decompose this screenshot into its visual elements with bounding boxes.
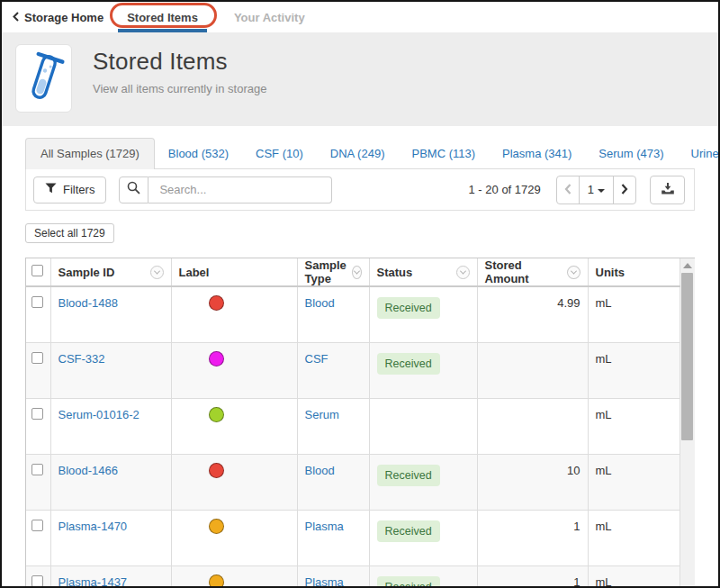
sample-id-link[interactable]: Serum-01016-2 [58, 408, 140, 421]
sample-id-cell: Blood-1488 [50, 286, 171, 342]
sample-type-tab[interactable]: Plasma (341) [489, 139, 585, 168]
label-color-dot [209, 407, 224, 422]
sample-id-link[interactable]: Plasma-1470 [58, 520, 128, 533]
sort-caret-icon[interactable] [567, 266, 580, 279]
sample-type-tab[interactable]: CSF (10) [242, 139, 317, 168]
label-color-dot [209, 463, 224, 478]
page-number-dropdown[interactable]: 1 [580, 176, 614, 204]
sample-id-link[interactable]: CSF-332 [58, 352, 105, 366]
nav-item-stored-items[interactable]: Stored Items [116, 2, 209, 32]
table-row: Blood-1466 Blood Received 10 [26, 454, 680, 510]
status-cell: Received [369, 454, 477, 510]
row-checkbox-cell [26, 454, 50, 510]
search-button[interactable] [119, 176, 148, 204]
label-cell [171, 510, 297, 565]
sample-type-cell: Plasma [297, 565, 369, 588]
label-cell [171, 565, 297, 588]
sample-type-link[interactable]: CSF [305, 352, 328, 366]
units-cell: mL [588, 286, 680, 342]
units-cell: mL [588, 454, 680, 510]
back-to-storage-home-link[interactable]: Storage Home [13, 2, 104, 32]
row-checkbox[interactable] [32, 464, 43, 475]
status-cell: Received [369, 510, 477, 565]
next-page-button[interactable] [614, 176, 635, 204]
sample-type-link[interactable]: Blood [305, 464, 335, 477]
sample-type-tab[interactable]: Blood (532) [155, 139, 242, 168]
search-input[interactable] [148, 176, 332, 204]
chevron-left-icon [564, 182, 572, 198]
status-cell: Received [369, 565, 477, 588]
column-header[interactable]: Stored Amount [477, 258, 588, 286]
sample-type-link[interactable]: Serum [305, 408, 339, 421]
table-scrollbar[interactable] [680, 258, 695, 588]
sample-type-tab[interactable]: Urine (11) [678, 139, 720, 168]
sample-id-cell: Plasma-1437 [50, 565, 171, 588]
filters-button[interactable]: Filters [33, 176, 106, 204]
sample-type-cell: Blood [297, 286, 369, 342]
test-tube-icon [22, 50, 66, 107]
download-icon [661, 182, 675, 198]
column-header-label: Status [377, 266, 413, 279]
sample-id-link[interactable]: Blood-1488 [58, 296, 119, 310]
sample-type-tabstrip: All Samples (1729) Blood (532) CSF (10) … [25, 137, 695, 169]
export-download-button[interactable] [650, 176, 685, 204]
sample-type-tab[interactable]: Serum (473) [585, 139, 677, 168]
previous-page-button[interactable] [557, 176, 580, 204]
sample-type-link[interactable]: Blood [305, 296, 335, 310]
nav-item-your-activity-label: Your Activity [234, 11, 305, 24]
label-cell [171, 286, 297, 342]
row-checkbox[interactable] [32, 296, 43, 308]
select-page-checkbox[interactable] [32, 265, 43, 276]
sample-type-cell: Plasma [297, 510, 369, 565]
scrollbar-up-arrow-icon[interactable] [683, 263, 692, 268]
row-checkbox[interactable] [32, 352, 43, 364]
column-header-label: Sample ID [58, 266, 115, 279]
column-header-label: Units [596, 266, 626, 279]
sample-type-tab[interactable]: PBMC (113) [398, 139, 489, 168]
units-cell: mL [588, 510, 680, 565]
sample-type-tab[interactable]: DNA (249) [317, 139, 399, 168]
status-cell: Received [369, 342, 477, 398]
row-checkbox[interactable] [32, 520, 43, 531]
sample-id-link[interactable]: Plasma-1437 [58, 575, 128, 588]
row-checkbox[interactable] [32, 575, 43, 587]
units-cell: mL [588, 398, 680, 454]
sort-caret-icon[interactable] [352, 266, 362, 279]
active-nav-underline [118, 29, 207, 32]
stored-items-table-wrap: Sample IDLabelSample TypeStatusStored Am… [25, 258, 695, 588]
sample-type-cell: Serum [297, 398, 369, 454]
sort-caret-icon[interactable] [150, 266, 164, 279]
row-checkbox-cell [26, 398, 50, 454]
row-checkbox[interactable] [32, 408, 43, 420]
column-header[interactable]: Sample ID [50, 258, 171, 286]
label-color-dot [209, 519, 224, 534]
select-all-button[interactable]: Select all 1729 [25, 223, 114, 243]
table-row: Blood-1488 Blood Received 4.99 [26, 286, 680, 342]
sample-type-link[interactable]: Plasma [305, 520, 344, 533]
sample-id-link[interactable]: Blood-1466 [58, 464, 119, 477]
page-header-text: Stored Items View all items currently in… [93, 44, 266, 126]
table-row: Plasma-1437 Plasma Received 1 [26, 565, 680, 588]
sample-type-link[interactable]: Plasma [305, 575, 344, 588]
results-range-text: 1 - 20 of 1729 [469, 183, 541, 196]
pagination-area: 1 - 20 of 1729 1 [469, 176, 685, 204]
sort-caret-icon[interactable] [456, 266, 470, 279]
status-cell [369, 398, 477, 454]
nav-item-your-activity[interactable]: Your Activity [229, 2, 310, 32]
column-header[interactable]: Status [369, 258, 477, 286]
status-badge: Received [377, 520, 440, 542]
scrollbar-thumb[interactable] [681, 273, 693, 440]
sample-id-cell: Serum-01016-2 [50, 398, 171, 454]
status-badge: Received [377, 353, 440, 375]
sample-type-cell: CSF [297, 342, 369, 398]
label-cell [171, 398, 297, 454]
stored-amount-cell: 10 [477, 454, 588, 510]
sample-type-tab[interactable]: All Samples (1729) [25, 138, 155, 169]
stored-items-page: Storage Home Stored Items Your Activity [0, 0, 720, 588]
stored-amount-cell: 1 [477, 510, 588, 565]
units-cell: mL [588, 565, 680, 588]
stored-amount-cell: 4.99 [477, 286, 588, 342]
label-color-dot [209, 574, 224, 588]
table-toolbar: Filters 1 - 20 of 1729 [25, 169, 695, 211]
column-header[interactable]: Sample Type [297, 258, 369, 286]
